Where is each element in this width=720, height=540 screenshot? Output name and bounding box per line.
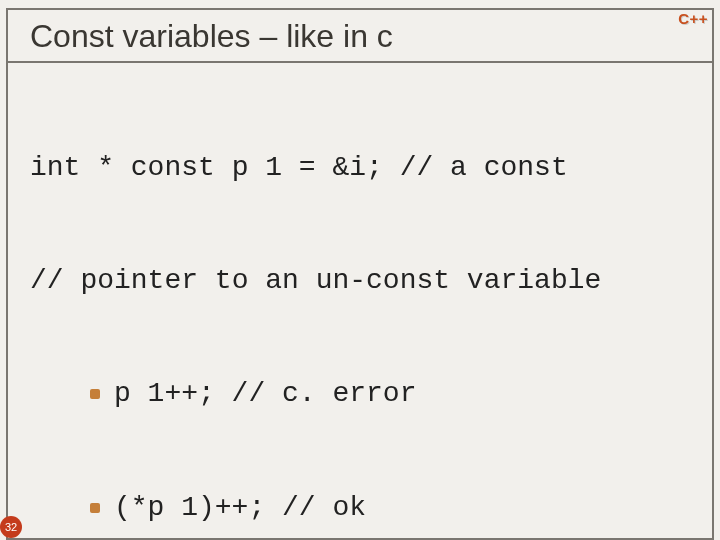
code-block: int * const p 1 = &i; // a const // poin…: [30, 73, 690, 540]
slide-number-badge: 32: [0, 516, 22, 538]
code-line: int * const p 1 = &i; // a const: [30, 149, 690, 187]
slide-inner: Const variables – like in c int * const …: [6, 8, 714, 540]
code-line: // pointer to an un-const variable: [30, 262, 690, 300]
code-text: p 1++; // c. error: [114, 375, 416, 413]
slide-container: C++ Const variables – like in c int * co…: [0, 0, 720, 540]
bullet-icon: [90, 503, 100, 513]
title-divider: [8, 61, 712, 63]
bullet-line: p 1++; // c. error: [30, 375, 690, 413]
code-text: (*p 1)++; // ok: [114, 489, 366, 527]
bullet-icon: [90, 389, 100, 399]
slide-title: Const variables – like in c: [30, 18, 690, 55]
bullet-line: (*p 1)++; // ok: [30, 489, 690, 527]
